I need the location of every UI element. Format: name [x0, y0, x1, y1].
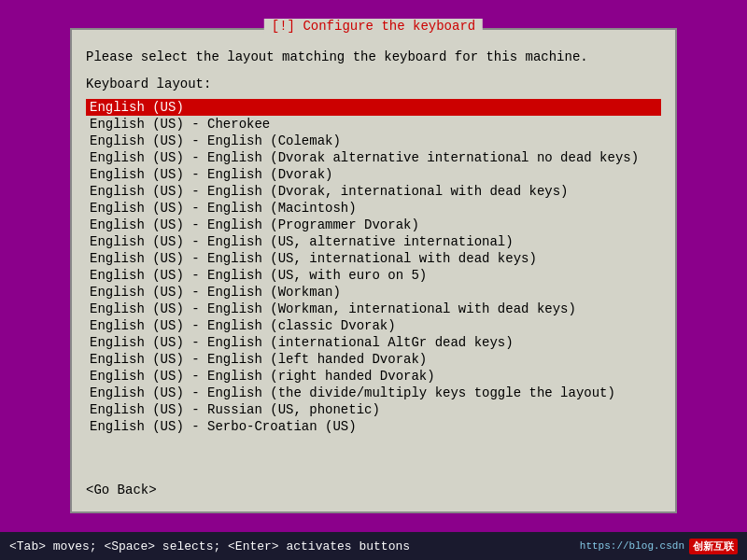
list-item[interactable]: English (US) - English (US, alternative … — [86, 233, 661, 250]
dialog-box: [!] Configure the keyboard Please select… — [70, 28, 677, 513]
dialog-content: Please select the layout matching the ke… — [86, 49, 661, 497]
list-item[interactable]: English (US) - Serbo-Croatian (US) — [86, 418, 661, 435]
description-text: Please select the layout matching the ke… — [86, 49, 661, 67]
watermark: https://blog.csdn 创新互联 — [580, 539, 738, 554]
dialog-title: [!] Configure the keyboard — [264, 19, 483, 34]
list-item[interactable]: English (US) - English (Macintosh) — [86, 200, 661, 217]
go-back-button[interactable]: <Go Back> — [86, 483, 661, 497]
list-item[interactable]: English (US) - English (international Al… — [86, 334, 661, 351]
list-item[interactable]: English (US) - English (Workman, interna… — [86, 301, 661, 317]
keyboard-layout-list: English (US)English (US) - CherokeeEngli… — [86, 99, 661, 471]
list-item[interactable]: English (US) - English (Dvorak, internat… — [86, 183, 661, 200]
watermark-logo: 创新互联 — [689, 539, 738, 554]
status-text: <Tab> moves; <Space> selects; <Enter> ac… — [9, 539, 410, 553]
list-item[interactable]: English (US) - English (US, internationa… — [86, 250, 661, 267]
list-item[interactable]: English (US) - English (left handed Dvor… — [86, 351, 661, 368]
keyboard-layout-label: Keyboard layout: — [86, 77, 661, 91]
status-bar: <Tab> moves; <Space> selects; <Enter> ac… — [0, 532, 747, 560]
list-item[interactable]: English (US) - English (Colemak) — [86, 133, 661, 149]
list-item[interactable]: English (US) - English (Dvorak alternati… — [86, 149, 661, 166]
list-item[interactable]: English (US) - Cherokee — [86, 116, 661, 133]
list-item[interactable]: English (US) - English (Workman) — [86, 284, 661, 301]
list-item[interactable]: English (US) - English (Programmer Dvora… — [86, 217, 661, 233]
list-item[interactable]: English (US) - English (Dvorak) — [86, 166, 661, 183]
watermark-url: https://blog.csdn — [580, 540, 684, 552]
list-item[interactable]: English (US) - English (right handed Dvo… — [86, 368, 661, 385]
list-item[interactable]: English (US) - Russian (US, phonetic) — [86, 401, 661, 418]
list-item[interactable]: English (US) — [86, 99, 661, 116]
list-item[interactable]: English (US) - English (the divide/multi… — [86, 385, 661, 401]
list-item[interactable]: English (US) - English (US, with euro on… — [86, 267, 661, 284]
list-item[interactable]: English (US) - English (classic Dvorak) — [86, 317, 661, 334]
